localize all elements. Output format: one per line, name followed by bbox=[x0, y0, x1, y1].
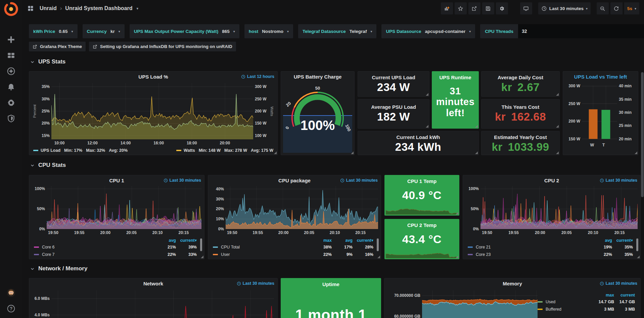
panel-resize-handle[interactable] bbox=[201, 256, 203, 258]
ups-bars-chart[interactable] bbox=[582, 84, 617, 141]
server-admin-shield-icon[interactable] bbox=[6, 114, 16, 123]
cpu1-chart[interactable] bbox=[47, 186, 201, 229]
panel-time-badge[interactable]: Last 30 minutes bbox=[600, 178, 637, 183]
breadcrumb-dashboard-title[interactable]: Unraid System Dashboard bbox=[65, 5, 132, 11]
apps-grid-icon[interactable] bbox=[27, 5, 34, 12]
legend-swatch[interactable] bbox=[34, 254, 39, 255]
breadcrumb-folder[interactable]: Unraid bbox=[40, 5, 57, 11]
legend-swatch[interactable] bbox=[468, 254, 473, 255]
cpu-threads-input[interactable] bbox=[518, 24, 644, 38]
panel-resize-handle[interactable] bbox=[426, 93, 428, 96]
ups-load-chart[interactable] bbox=[51, 83, 253, 139]
panel-title[interactable]: Network bbox=[143, 281, 163, 286]
stat-title[interactable]: Current Load kWh bbox=[358, 134, 478, 140]
stat-title[interactable]: CPU 2 Temp bbox=[385, 222, 459, 228]
variable-kwh-price[interactable]: kWh Price 0.65 ▾ bbox=[29, 24, 78, 38]
panel-time-badge[interactable]: Last 30 minutes bbox=[237, 281, 274, 286]
legend-row[interactable]: Core 621%39% bbox=[34, 243, 197, 251]
dashboards-icon[interactable] bbox=[6, 51, 16, 60]
panel-title[interactable]: CPU package bbox=[278, 178, 311, 183]
panel-title[interactable]: UPS Load % bbox=[138, 74, 168, 80]
section-network-memory[interactable]: Network / Memory bbox=[30, 265, 87, 272]
panel-title[interactable]: CPU 2 bbox=[544, 178, 559, 183]
section-ups-stats[interactable]: UPS Stats bbox=[30, 58, 65, 65]
stat-title[interactable]: UPS Runtime bbox=[432, 75, 478, 80]
link-ups-monitoring-guide[interactable]: Setting up Grafana and InfluxDB for UPS … bbox=[89, 42, 236, 51]
legend-column-header[interactable]: current bbox=[614, 293, 635, 298]
panel-title[interactable]: UPS Battery Charge bbox=[294, 74, 342, 80]
link-grafana-plex-theme[interactable]: Grafana Plex Theme bbox=[29, 42, 86, 51]
legend-scrollbar[interactable] bbox=[377, 238, 379, 251]
legend-swatch[interactable] bbox=[468, 246, 473, 248]
panel-time-badge[interactable]: Last 30 minutes bbox=[164, 178, 201, 183]
variable-ups-max-output[interactable]: UPS Max Output Power Capacity (Watt) 865… bbox=[130, 24, 239, 38]
panel-resize-handle[interactable] bbox=[556, 125, 559, 128]
legend-column-header[interactable]: current▾ bbox=[353, 238, 373, 243]
variable-currency[interactable]: Currency kr ▾ bbox=[83, 24, 125, 38]
legend-entry[interactable]: UPS LoadMin: 17%Max: 32%Avg: 20% bbox=[33, 148, 128, 153]
stat-title[interactable]: Estimated Yearly Cost bbox=[481, 134, 559, 140]
panel-resize-handle[interactable] bbox=[637, 256, 640, 258]
legend-swatch[interactable] bbox=[538, 309, 543, 310]
legend-column-header[interactable]: avg bbox=[591, 238, 612, 243]
panel-title[interactable]: UPS Load vs Time left bbox=[574, 74, 627, 80]
share-button[interactable] bbox=[468, 2, 480, 14]
legend-entry[interactable]: WattsMin: 148 WMax: 278 WAvg: 175 W bbox=[176, 148, 273, 153]
legend-column-header[interactable]: max bbox=[593, 293, 614, 298]
legend-column-header[interactable]: avg bbox=[155, 238, 176, 243]
explore-compass-icon[interactable] bbox=[6, 66, 16, 76]
panel-resize-handle[interactable] bbox=[556, 93, 559, 96]
panel-title[interactable]: CPU 1 bbox=[109, 178, 124, 183]
dashboard-settings-button[interactable] bbox=[496, 2, 508, 14]
panel-resize-handle[interactable] bbox=[456, 256, 458, 258]
user-avatar[interactable] bbox=[5, 287, 17, 299]
legend-row[interactable]: User22%9%16% bbox=[213, 251, 373, 258]
stat-title[interactable]: CPU 1 Temp bbox=[385, 178, 459, 184]
panel-resize-handle[interactable] bbox=[377, 256, 380, 258]
cpu2-chart[interactable] bbox=[480, 186, 638, 229]
variable-ups-datasource[interactable]: UPS Datasource apcupsd-container ▾ bbox=[381, 24, 475, 38]
grafana-logo-icon[interactable] bbox=[4, 2, 18, 16]
stat-title[interactable]: Uptime bbox=[281, 281, 381, 287]
legend-row[interactable]: Core 2322%35% bbox=[468, 251, 633, 258]
panel-resize-handle[interactable] bbox=[475, 125, 478, 128]
legend-column-header[interactable]: max bbox=[311, 238, 332, 243]
legend-row[interactable]: Used14.7 GB14.7 GB bbox=[538, 298, 635, 306]
panel-title[interactable]: Memory bbox=[503, 281, 522, 286]
legend-column-header[interactable]: avg bbox=[332, 238, 353, 243]
panel-resize-handle[interactable] bbox=[475, 151, 478, 154]
legend-row[interactable]: Core 722%33% bbox=[34, 251, 197, 258]
star-button[interactable] bbox=[455, 2, 467, 14]
legend-column-header[interactable]: current▾ bbox=[612, 238, 633, 243]
refresh-interval-dropdown[interactable]: 5s ▾ bbox=[624, 2, 639, 14]
panel-resize-handle[interactable] bbox=[635, 151, 637, 154]
cycle-view-monitor-button[interactable] bbox=[520, 2, 532, 14]
panel-time-badge[interactable]: Last 30 minutes bbox=[340, 178, 378, 183]
legend-swatch[interactable] bbox=[213, 254, 218, 255]
variable-host[interactable]: host Nostromo ▾ bbox=[244, 24, 293, 38]
add-panel-button[interactable] bbox=[441, 2, 453, 14]
legend-swatch[interactable] bbox=[213, 246, 218, 248]
help-icon[interactable]: ? bbox=[6, 304, 16, 313]
legend-row[interactable]: Core 2119%35% bbox=[468, 243, 633, 251]
legend-column-header[interactable]: current▾ bbox=[176, 238, 197, 243]
save-button[interactable] bbox=[482, 2, 494, 14]
cpu-package-chart[interactable] bbox=[226, 186, 378, 229]
panel-time-badge[interactable]: Last 12 hours bbox=[241, 74, 274, 79]
panel-resize-handle[interactable] bbox=[426, 125, 428, 128]
stat-title[interactable]: Average Daily Cost bbox=[481, 75, 559, 80]
legend-scrollbar[interactable] bbox=[200, 238, 202, 251]
legend-row[interactable]: CPU Total38%17%28% bbox=[213, 243, 373, 251]
legend-swatch[interactable] bbox=[538, 301, 543, 303]
memory-chart[interactable] bbox=[422, 290, 538, 318]
refresh-button[interactable] bbox=[610, 2, 623, 14]
chevron-down-icon[interactable]: ▾ bbox=[136, 6, 138, 11]
panel-time-badge[interactable]: Last 30 minutes bbox=[600, 281, 637, 286]
stat-title[interactable]: This Years Cost bbox=[481, 104, 559, 110]
legend-swatch[interactable] bbox=[34, 246, 39, 248]
variable-telegraf-datasource[interactable]: Telegraf Datasource Telegraf ▾ bbox=[298, 24, 376, 38]
time-range-picker[interactable]: Last 30 minutes ▾ bbox=[538, 2, 591, 14]
create-plus-icon[interactable] bbox=[6, 35, 16, 44]
panel-resize-handle[interactable] bbox=[556, 151, 559, 154]
panel-resize-handle[interactable] bbox=[351, 151, 354, 154]
